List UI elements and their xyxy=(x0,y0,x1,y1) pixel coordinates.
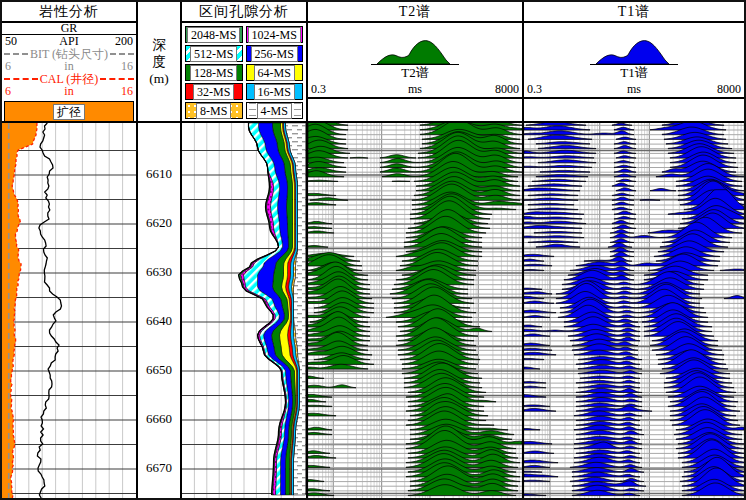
gr-min: 50 xyxy=(5,34,17,49)
lithology-header: 岩性分析 GR 50 API 200 BIT (钻头尺寸) 6 in 16 CA… xyxy=(2,2,136,121)
cal-max: 16 xyxy=(121,84,133,99)
bit-min: 6 xyxy=(5,59,11,74)
bit-dash-right xyxy=(110,53,134,55)
cal-dash-left xyxy=(4,78,38,80)
legend-4-ms: 4-MS xyxy=(246,102,304,119)
t2-icon-label: T2谱 xyxy=(401,64,428,82)
divider xyxy=(180,2,182,498)
depth-tick: 6610 xyxy=(138,166,180,182)
depth-unit: (m) xyxy=(149,70,169,87)
well-log-viewer: 岩性分析 GR 50 API 200 BIT (钻头尺寸) 6 in 16 CA… xyxy=(0,0,746,500)
divider xyxy=(306,2,308,498)
legend-8-ms: 8-MS xyxy=(185,102,243,119)
legend-label: 8-MS xyxy=(196,103,231,119)
legend-label: 64-MS xyxy=(254,65,295,81)
t2-axis-unit: ms xyxy=(408,82,422,97)
legend-label: 16-MS xyxy=(254,84,295,100)
t2-axis-max: 8000 xyxy=(495,82,519,97)
header-separator xyxy=(2,121,744,123)
depth-tick: 6630 xyxy=(138,264,180,280)
cal-scale: 6 in 16 xyxy=(2,85,136,98)
t1-axis: 0.3 ms 8000 xyxy=(524,82,744,99)
depth-tick: 6650 xyxy=(138,362,180,378)
enlargement-bar: 扩径 xyxy=(4,101,134,123)
porosity-legend: 2048-MS1024-MS512-MS256-MS128-MS64-MS32-… xyxy=(182,23,306,122)
legend-1024-ms: 1024-MS xyxy=(246,26,304,43)
depth-tick: 6660 xyxy=(138,411,180,427)
t2-axis-min: 0.3 xyxy=(311,82,326,97)
gr-scale: 50 API 200 xyxy=(2,35,136,48)
legend-64-ms: 64-MS xyxy=(246,64,304,81)
lithology-title: 岩性分析 xyxy=(2,2,136,23)
legend-label: 256-MS xyxy=(251,46,298,62)
t1-icon-label: T1谱 xyxy=(620,64,647,82)
t2-header: T2谱 T2谱 0.3 ms 8000 xyxy=(308,2,522,121)
bit-unit: in xyxy=(64,59,73,74)
t2-axis: 0.3 ms 8000 xyxy=(308,82,522,99)
gr-max: 200 xyxy=(115,34,133,49)
t1-axis-max: 8000 xyxy=(717,82,741,97)
depth-label-1: 深 xyxy=(152,36,166,53)
cal-dash-right xyxy=(100,78,134,80)
legend-label: 2048-MS xyxy=(187,27,240,43)
t1-header: T1谱 T1谱 0.3 ms 8000 xyxy=(524,2,744,121)
t1-title: T1谱 xyxy=(524,2,744,23)
cal-min: 6 xyxy=(5,84,11,99)
porosity-title: 区间孔隙分析 xyxy=(182,2,306,23)
depth-tick: 6620 xyxy=(138,215,180,231)
track-t1: T1谱 T1谱 0.3 ms 8000 xyxy=(524,2,744,498)
legend-32-ms: 32-MS xyxy=(185,83,243,100)
t1-spectrum-icon xyxy=(586,32,682,66)
track-lithology: 岩性分析 GR 50 API 200 BIT (钻头尺寸) 6 in 16 CA… xyxy=(2,2,136,498)
divider xyxy=(522,2,524,498)
enlargement-label: 扩径 xyxy=(53,104,85,120)
porosity-header: 区间孔隙分析 2048-MS1024-MS512-MS256-MS128-MS6… xyxy=(182,2,306,121)
depth-tick: 6670 xyxy=(138,460,180,476)
lithology-plot xyxy=(2,123,136,498)
bit-max: 16 xyxy=(121,59,133,74)
t2-spectrum-icon xyxy=(367,32,463,66)
legend-label: 128-MS xyxy=(190,65,237,81)
divider xyxy=(136,2,138,498)
t1-axis-unit: ms xyxy=(627,82,641,97)
legend-2048-ms: 2048-MS xyxy=(185,26,243,43)
bit-dash-left xyxy=(4,53,28,55)
legend-label: 32-MS xyxy=(193,84,234,100)
depth-tick: 6640 xyxy=(138,313,180,329)
t1-plot xyxy=(524,123,744,498)
legend-256-ms: 256-MS xyxy=(246,45,304,62)
t2-plot xyxy=(308,123,522,498)
legend-label: 1024-MS xyxy=(248,27,301,43)
depth-scale: 6610662066306640665066606670 xyxy=(138,123,180,498)
t1-axis-min: 0.3 xyxy=(527,82,542,97)
track-t2: T2谱 T2谱 0.3 ms 8000 xyxy=(308,2,522,498)
legend-128-ms: 128-MS xyxy=(185,64,243,81)
legend-label: 512-MS xyxy=(190,46,237,62)
legend-16-ms: 16-MS xyxy=(246,83,304,100)
bit-scale: 6 in 16 xyxy=(2,60,136,73)
porosity-plot xyxy=(182,123,306,498)
depth-header: 深 度 (m) xyxy=(138,2,180,121)
depth-label-2: 度 xyxy=(152,53,166,70)
track-porosity: 区间孔隙分析 2048-MS1024-MS512-MS256-MS128-MS6… xyxy=(182,2,306,498)
cal-unit: in xyxy=(64,84,73,99)
gr-unit: API xyxy=(59,34,78,49)
track-depth: 深 度 (m) 6610662066306640665066606670 xyxy=(138,2,180,498)
legend-512-ms: 512-MS xyxy=(185,45,243,62)
t2-title: T2谱 xyxy=(308,2,522,23)
legend-label: 4-MS xyxy=(257,103,292,119)
